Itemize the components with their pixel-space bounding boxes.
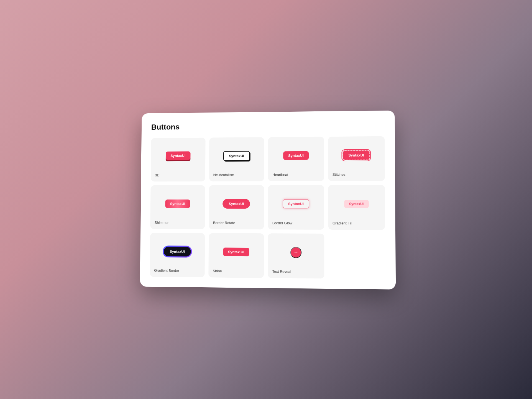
card-preview-shine: Syntax UI xyxy=(213,237,260,266)
card-shine: Syntax UI Shine xyxy=(208,233,264,278)
card-label-stitches: Stitches xyxy=(332,172,380,177)
button-shine[interactable]: Syntax UI xyxy=(223,247,249,256)
card-label-heartbeat: Heartbeat xyxy=(272,173,319,177)
button-shimmer[interactable]: SyntaxUI xyxy=(165,200,190,208)
button-3d[interactable]: SyntaxUI xyxy=(166,151,190,160)
card-label-gradient-border: Gradient Border xyxy=(154,268,200,273)
button-neubrutalism[interactable]: SyntaxUI xyxy=(223,151,250,161)
button-grid: SyntaxUI 3D SyntaxUI Neubrutalism Syntax… xyxy=(150,136,385,279)
card-neubrutalism: SyntaxUI Neubrutalism xyxy=(209,137,264,181)
gradient-border-wrapper: SyntaxUI xyxy=(163,245,192,257)
button-stitches[interactable]: SyntaxUI xyxy=(343,150,370,160)
card-preview-text-reveal: → xyxy=(272,238,319,267)
card-preview-border-rotate: SyntaxUI xyxy=(213,190,260,218)
card-preview-stitches: SyntaxUI xyxy=(332,141,380,170)
card-preview-heartbeat: SyntaxUI xyxy=(272,141,319,170)
main-window: Buttons SyntaxUI 3D SyntaxUI Neubrutalis… xyxy=(140,111,396,290)
card-gradient-fill: SyntaxUI Gradient Fill xyxy=(328,185,385,230)
button-gradient-border[interactable]: SyntaxUI xyxy=(163,246,191,257)
card-label-gradient-fill: Gradient Fill xyxy=(332,221,380,226)
card-heartbeat: SyntaxUI Heartbeat xyxy=(268,137,324,181)
card-border-rotate: SyntaxUI Border Rotate xyxy=(209,185,264,229)
card-label-shine: Shine xyxy=(213,269,260,273)
card-preview-3d: SyntaxUI xyxy=(155,142,201,170)
card-preview-neubrutalism: SyntaxUI xyxy=(213,142,260,170)
card-gradient-border: SyntaxUI Gradient Border xyxy=(150,233,204,277)
card-text-reveal: → Text Reveal xyxy=(268,233,324,278)
card-label-3d: 3D xyxy=(155,173,201,177)
card-border-glow: SyntaxUI Border Glow xyxy=(268,185,324,230)
button-border-glow[interactable]: SyntaxUI xyxy=(283,199,309,208)
card-label-shimmer: Shimmer xyxy=(155,221,201,225)
card-label-border-glow: Border Glow xyxy=(272,221,320,225)
card-preview-gradient-fill: SyntaxUI xyxy=(332,190,380,218)
card-label-text-reveal: Text Reveal xyxy=(272,269,319,274)
card-preview-gradient-border: SyntaxUI xyxy=(154,237,200,266)
button-border-rotate[interactable]: SyntaxUI xyxy=(222,199,250,209)
card-3d: SyntaxUI 3D xyxy=(151,138,205,181)
card-stitches: SyntaxUI Stitches xyxy=(328,136,385,181)
card-shimmer: SyntaxUI Shimmer xyxy=(150,185,205,229)
card-label-border-rotate: Border Rotate xyxy=(213,221,260,225)
button-heartbeat[interactable]: SyntaxUI xyxy=(283,151,309,160)
page-title: Buttons xyxy=(151,121,385,131)
button-gradient-fill[interactable]: SyntaxUI xyxy=(344,200,369,208)
card-preview-border-glow: SyntaxUI xyxy=(272,190,320,218)
card-preview-shimmer: SyntaxUI xyxy=(155,190,201,218)
button-text-reveal[interactable]: → xyxy=(290,247,301,258)
card-label-neubrutalism: Neubrutalism xyxy=(213,173,260,177)
